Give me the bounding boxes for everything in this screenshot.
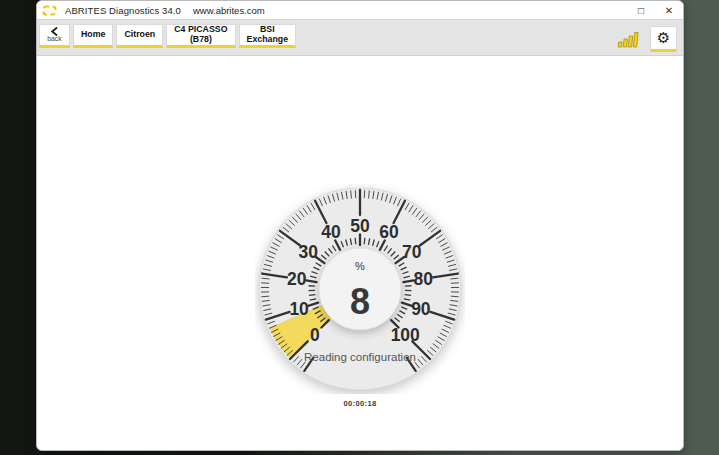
- gauge-scale-label: 0: [310, 325, 320, 345]
- gauge-scale-label: 30: [298, 242, 318, 262]
- tab-home[interactable]: Home: [73, 24, 113, 48]
- maximize-button[interactable]: □: [631, 2, 651, 19]
- gauge-scale-label: 70: [402, 242, 422, 262]
- gauge-scale-label: 20: [287, 269, 307, 289]
- gauge-scale-label: 40: [321, 222, 341, 242]
- gauge-value-text: 8: [350, 281, 370, 322]
- gauge-scale-label: 80: [413, 269, 433, 289]
- tab-label: Exchange: [247, 35, 289, 45]
- tab-citroen[interactable]: Citroen: [116, 24, 163, 48]
- tab-c4-picasso[interactable]: C4 PICASSO(B78): [166, 24, 235, 48]
- signal-bars-icon: [617, 30, 641, 49]
- app-window: ABRITES Diagnostics 34.0 www.abrites.com…: [36, 0, 684, 451]
- gauge-dial: 0102030405060708090100%8Reading configur…: [255, 184, 465, 394]
- window-title: ABRITES Diagnostics 34.0: [65, 5, 181, 16]
- settings-button[interactable]: ⚙: [650, 26, 677, 52]
- desktop-background: ABRITES Diagnostics 34.0 www.abrites.com…: [0, 0, 719, 455]
- toolbar: back HomeCitroenC4 PICASSO(B78)BSIExchan…: [37, 20, 683, 56]
- toolbar-right: ⚙: [617, 24, 677, 52]
- title-bar: ABRITES Diagnostics 34.0 www.abrites.com…: [37, 1, 683, 20]
- tab-label: Citroen: [124, 30, 155, 40]
- close-button[interactable]: ✕: [659, 2, 679, 19]
- website-url: www.abrites.com: [193, 5, 265, 16]
- gauge-scale-label: 60: [379, 222, 399, 242]
- back-button[interactable]: back: [39, 24, 70, 48]
- gauge-scale-label: 10: [289, 299, 309, 319]
- tab-strip: HomeCitroenC4 PICASSO(B78)BSIExchange: [73, 24, 296, 48]
- abrites-logo-icon: [42, 5, 57, 16]
- tab-label: Home: [81, 30, 105, 40]
- gauge-unit-label: %: [355, 260, 365, 272]
- elapsed-timer: 00:00:18: [255, 399, 465, 408]
- tab-bsi-exchange[interactable]: BSIExchange: [239, 24, 297, 48]
- gauge-status-text: Reading configuration: [304, 351, 416, 363]
- back-button-label: back: [47, 35, 61, 43]
- gauge-scale-label: 100: [391, 325, 420, 345]
- gear-icon: ⚙: [657, 29, 670, 47]
- main-content: 0102030405060708090100%8Reading configur…: [37, 56, 683, 451]
- gauge-scale-label: 50: [350, 216, 370, 236]
- gauge-scale-label: 90: [411, 299, 431, 319]
- tab-label: (B78): [190, 35, 212, 45]
